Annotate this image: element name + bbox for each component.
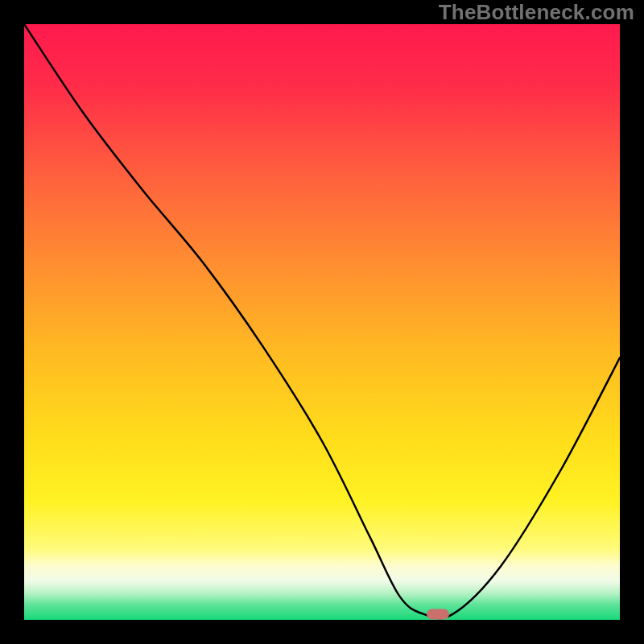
watermark-text: TheBottleneck.com <box>439 0 634 25</box>
plot-area <box>24 24 620 620</box>
bottleneck-curve <box>24 24 620 620</box>
chart-frame: TheBottleneck.com <box>0 0 644 644</box>
optimal-marker <box>427 609 449 619</box>
